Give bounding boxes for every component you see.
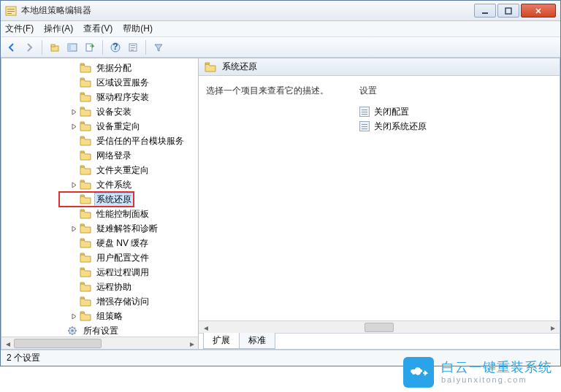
expand-icon[interactable] [70, 108, 78, 116]
expand-icon[interactable] [70, 123, 78, 131]
expand-placeholder [70, 239, 78, 247]
folder-icon [205, 62, 216, 72]
tree-item[interactable]: 设备安装 [1, 104, 198, 119]
folder-icon [80, 136, 91, 146]
app-icon [5, 5, 17, 17]
tree-item[interactable]: 设备重定向 [1, 119, 198, 134]
tree-panel[interactable]: 凭据分配区域设置服务驱动程序安装设备安装设备重定向受信任的平台模块服务网络登录文… [1, 58, 199, 350]
export-button[interactable] [82, 39, 98, 55]
maximize-button[interactable] [497, 4, 519, 18]
tree-item[interactable]: 增强存储访问 [1, 294, 198, 309]
tree-item[interactable]: 文件夹重定向 [1, 163, 198, 177]
tree-item-label: 受信任的平台模块服务 [94, 134, 186, 148]
description-prompt: 选择一个项目来查看它的描述。 [206, 85, 359, 97]
folder-icon [80, 267, 91, 277]
forward-button[interactable] [21, 39, 37, 55]
tree-item-label: 硬盘 NV 缓存 [94, 237, 150, 250]
expand-placeholder [70, 166, 78, 174]
tree-item-label: 驱动程序安装 [94, 91, 151, 104]
tree-item[interactable]: 远程过程调用 [1, 265, 198, 280]
tab-extended[interactable]: 扩展 [203, 333, 240, 349]
status-text: 2 个设置 [7, 352, 40, 364]
tree-item-label: 远程协助 [94, 280, 134, 294]
tree-item[interactable]: 区域设置服务 [1, 75, 198, 90]
setting-row[interactable]: 关闭系统还原 [359, 119, 552, 134]
scroll-thumb[interactable] [14, 339, 102, 348]
scroll-left-icon[interactable]: ◂ [1, 338, 14, 349]
tree-item[interactable]: 凭据分配 [1, 61, 198, 75]
tree-item[interactable]: 网络登录 [1, 148, 198, 163]
svg-point-18 [71, 329, 74, 332]
close-button[interactable] [521, 4, 556, 18]
scroll-thumb[interactable] [365, 323, 394, 332]
svg-rect-14 [131, 45, 135, 46]
svg-text:?: ? [112, 42, 118, 52]
folder-icon [80, 121, 91, 131]
expand-placeholder [70, 137, 78, 145]
expand-icon[interactable] [70, 225, 78, 233]
details-header: 系统还原 [199, 58, 560, 76]
menu-action[interactable]: 操作(A) [44, 23, 73, 35]
svg-rect-9 [68, 44, 71, 51]
tree-item-label: 疑难解答和诊断 [94, 222, 160, 236]
menu-help[interactable]: 帮助(H) [123, 23, 153, 35]
folder-icon [80, 311, 91, 321]
tree-item[interactable]: 用户配置文件 [1, 250, 198, 265]
watermark: 白云一键重装系统 baiyunxitong.com [394, 353, 561, 392]
tree-item[interactable]: 受信任的平台模块服务 [1, 134, 198, 148]
tree-item[interactable]: 远程协助 [1, 280, 198, 294]
tree-item[interactable]: 硬盘 NV 缓存 [1, 236, 198, 250]
svg-rect-3 [7, 13, 12, 14]
tree-item-label: 文件夹重定向 [94, 164, 151, 177]
properties-button[interactable] [125, 39, 141, 55]
tab-standard[interactable]: 标准 [239, 333, 275, 349]
tree-item-label: 用户配置文件 [94, 251, 151, 265]
minimize-button[interactable] [474, 4, 496, 18]
tree-item[interactable]: 所有设置 [1, 323, 198, 338]
settings-column: 设置 关闭配置关闭系统还原 [359, 85, 552, 320]
svg-rect-2 [7, 11, 15, 12]
tree-h-scrollbar[interactable]: ◂ ▸ [1, 337, 198, 349]
window-title: 本地组策略编辑器 [21, 4, 473, 17]
details-panel: 系统还原 选择一个项目来查看它的描述。 设置 关闭配置关闭系统还原 ◂ ▸ 扩展… [199, 58, 560, 350]
setting-label: 关闭配置 [374, 106, 409, 118]
tree-item-label: 区域设置服务 [94, 76, 151, 90]
expand-icon[interactable] [70, 312, 78, 320]
filter-button[interactable] [150, 39, 167, 55]
toolbar: ? [1, 37, 560, 58]
expand-placeholder [70, 254, 78, 262]
menu-file[interactable]: 文件(F) [5, 23, 34, 35]
tree-item-label: 网络登录 [94, 149, 134, 163]
scroll-right-icon[interactable]: ▸ [546, 322, 559, 333]
column-header-setting[interactable]: 设置 [359, 85, 552, 97]
setting-row[interactable]: 关闭配置 [359, 104, 552, 119]
tree-item[interactable]: 疑难解答和诊断 [1, 221, 198, 236]
content-area: 凭据分配区域设置服务驱动程序安装设备安装设备重定向受信任的平台模块服务网络登录文… [1, 58, 560, 350]
tree-item[interactable]: 文件系统 [1, 177, 198, 192]
tree-item-label: 组策略 [94, 310, 125, 323]
expand-placeholder [57, 327, 65, 335]
folder-icon [80, 238, 91, 248]
expand-placeholder [70, 283, 78, 291]
svg-rect-16 [131, 50, 134, 50]
show-hide-tree-button[interactable] [64, 39, 80, 55]
up-button[interactable] [47, 39, 63, 55]
details-h-scrollbar[interactable]: ◂ ▸ [199, 320, 560, 333]
svg-rect-5 [505, 8, 511, 14]
tree-item-label: 增强存储访问 [94, 295, 151, 309]
tree-item[interactable]: 驱动程序安装 [1, 90, 198, 104]
folder-icon [80, 223, 91, 234]
svg-rect-10 [86, 44, 92, 51]
expand-icon[interactable] [70, 181, 78, 189]
menubar: 文件(F) 操作(A) 查看(V) 帮助(H) [1, 21, 560, 37]
scroll-left-icon[interactable]: ◂ [199, 322, 212, 333]
tree-item[interactable]: 性能控制面板 [1, 207, 198, 221]
back-button[interactable] [4, 39, 20, 55]
scroll-right-icon[interactable]: ▸ [186, 338, 198, 349]
menu-view[interactable]: 查看(V) [83, 23, 112, 35]
svg-rect-7 [51, 45, 55, 47]
help-button[interactable]: ? [107, 39, 123, 55]
titlebar[interactable]: 本地组策略编辑器 [1, 1, 560, 21]
tree-item-label: 远程过程调用 [94, 266, 151, 280]
tree-item[interactable]: 组策略 [1, 309, 198, 323]
